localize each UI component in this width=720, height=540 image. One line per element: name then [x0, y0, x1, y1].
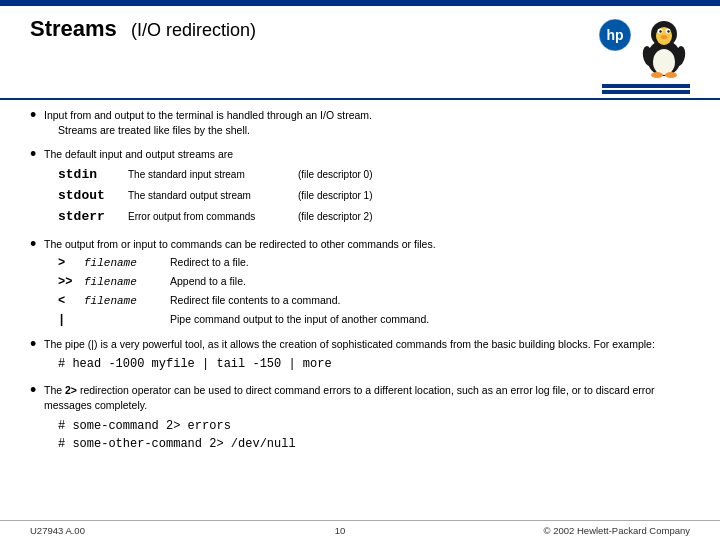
b2-text: The default input and output streams are: [44, 148, 233, 160]
svg-point-8: [659, 30, 661, 32]
page: Streams (I/O redirection) hp: [0, 0, 720, 540]
stream-fd-stderr: (file descriptor 2): [298, 210, 372, 224]
bullet-marker-1: •: [30, 106, 44, 124]
svg-text:hp: hp: [606, 27, 623, 43]
stream-desc-stdout: The standard output stream: [128, 189, 288, 203]
bullet-marker-2: •: [30, 145, 44, 163]
b1-text: Input from and output to the terminal is…: [44, 109, 372, 121]
footer-page-number: 10: [150, 525, 530, 536]
bullet-marker-3: •: [30, 235, 44, 253]
redirect-sym-lt: <: [58, 293, 80, 310]
page-title: Streams (I/O redirection): [30, 16, 598, 42]
redirect-row-gt: > filename Redirect to a file.: [58, 255, 690, 272]
redirect-desc-gtgt: Append to a file.: [170, 274, 246, 289]
redirect-desc-lt: Redirect file contents to a command.: [170, 293, 340, 308]
bullet-text-3: The output from or input to commands can…: [44, 237, 690, 331]
redirect-row-gtgt: >> filename Append to a file.: [58, 274, 690, 291]
stream-row-stdout: stdout The standard output stream (file …: [58, 187, 690, 205]
bullet-item-1: • Input from and output to the terminal …: [30, 108, 690, 141]
b5-code-line-1: # some-command 2> errors: [58, 417, 690, 435]
footer-course-id: U27943 A.00: [30, 525, 150, 536]
tux-icon: [638, 16, 690, 80]
bullet-item-2: • The default input and output streams a…: [30, 147, 690, 230]
content-area: • Input from and output to the terminal …: [0, 100, 720, 520]
stream-fd-stdin: (file descriptor 0): [298, 168, 372, 182]
stream-name-stdin: stdin: [58, 166, 118, 184]
redirect-sym-gtgt: >>: [58, 274, 80, 291]
b3-text: The output from or input to commands can…: [44, 238, 436, 250]
b5-text: The 2> redirection operator can be used …: [44, 384, 655, 411]
stream-name-stderr: stderr: [58, 208, 118, 226]
svg-point-3: [653, 49, 675, 75]
title-sub: (I/O redirection): [131, 20, 256, 40]
redirect-arg-gtgt: filename: [84, 275, 164, 290]
b4-code: # head -1000 myfile | tail -150 | more: [58, 355, 690, 373]
redirect-arg-lt: filename: [84, 294, 164, 309]
bullet-text-5: The 2> redirection operator can be used …: [44, 383, 690, 456]
bullet-text-2: The default input and output streams are…: [44, 147, 690, 230]
svg-point-11: [651, 72, 663, 78]
b4-text: The pipe (|) is a very powerful tool, as…: [44, 338, 655, 350]
svg-point-12: [665, 72, 677, 78]
svg-point-10: [661, 35, 668, 39]
header-title: Streams (I/O redirection): [30, 16, 598, 42]
stream-name-stdout: stdout: [58, 187, 118, 205]
redirect-sym-gt: >: [58, 255, 80, 272]
bullet-item-4: • The pipe (|) is a very powerful tool, …: [30, 337, 690, 378]
svg-point-9: [667, 30, 669, 32]
stream-row-stderr: stderr Error output from commands (file …: [58, 208, 690, 226]
b1-sub: Streams are treated like files by the sh…: [58, 123, 690, 138]
stream-fd-stdout: (file descriptor 1): [298, 189, 372, 203]
redirect-row-pipe: | Pipe command output to the input of an…: [58, 312, 690, 329]
b5-code: # some-command 2> errors # some-other-co…: [58, 417, 690, 453]
title-main: Streams: [30, 16, 117, 41]
redirect-table: > filename Redirect to a file. >> filena…: [58, 255, 690, 328]
b5-code-line-2: # some-other-command 2> /dev/null: [58, 435, 690, 453]
bullet-text-4: The pipe (|) is a very powerful tool, as…: [44, 337, 690, 378]
blue-accent-bars: [602, 84, 690, 94]
blue-bar-1: [602, 84, 690, 88]
stream-desc-stdin: The standard input stream: [128, 168, 288, 182]
header: Streams (I/O redirection) hp: [0, 6, 720, 100]
stream-row-stdin: stdin The standard input stream (file de…: [58, 166, 690, 184]
redirect-desc-gt: Redirect to a file.: [170, 255, 249, 270]
blue-bar-2: [602, 90, 690, 94]
redirect-desc-pipe: Pipe command output to the input of anot…: [170, 312, 429, 327]
stream-table: stdin The standard input stream (file de…: [58, 166, 690, 227]
header-logo: hp: [598, 16, 690, 94]
bullet-marker-5: •: [30, 381, 44, 399]
hp-logo: hp: [598, 18, 632, 54]
redirect-arg-gt: filename: [84, 256, 164, 271]
redirect-sym-pipe: |: [58, 312, 80, 329]
bullet-text-1: Input from and output to the terminal is…: [44, 108, 690, 141]
stream-desc-stderr: Error output from commands: [128, 210, 288, 224]
redirect-row-lt: < filename Redirect file contents to a c…: [58, 293, 690, 310]
bullet-marker-4: •: [30, 335, 44, 353]
bullet-item-5: • The 2> redirection operator can be use…: [30, 383, 690, 456]
bullet-item-3: • The output from or input to commands c…: [30, 237, 690, 331]
footer: U27943 A.00 10 © 2002 Hewlett-Packard Co…: [0, 520, 720, 540]
footer-copyright: © 2002 Hewlett-Packard Company: [530, 525, 690, 536]
